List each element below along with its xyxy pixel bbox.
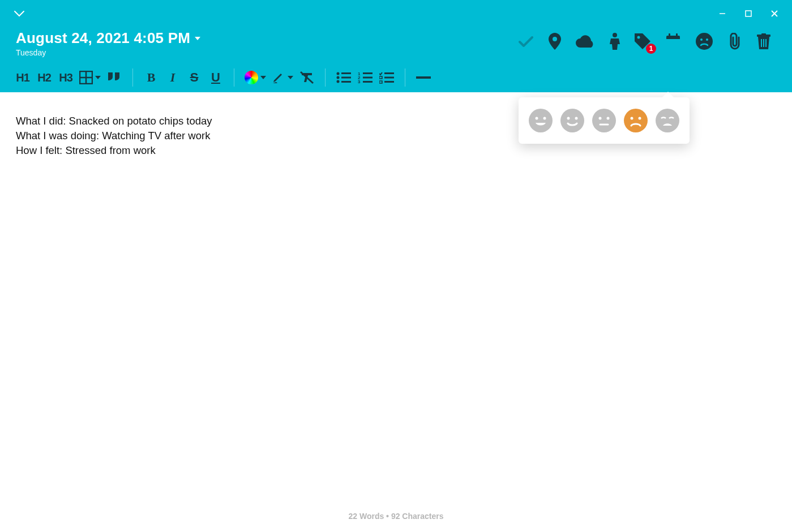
window-titlebar <box>0 0 792 27</box>
horizontal-rule-button[interactable] <box>416 68 431 87</box>
svg-point-44 <box>560 109 584 132</box>
svg-point-41 <box>529 109 553 132</box>
svg-rect-40 <box>416 76 431 79</box>
chevron-down-icon <box>260 76 266 79</box>
svg-point-49 <box>607 117 610 120</box>
svg-point-53 <box>639 117 641 120</box>
entry-date-text: August 24, 2021 4:05 PM <box>16 29 190 47</box>
blockquote-button[interactable] <box>106 68 122 87</box>
svg-rect-10 <box>676 33 678 37</box>
entry-content[interactable]: What I did: Snacked on potato chips toda… <box>0 92 792 507</box>
svg-rect-26 <box>341 72 351 74</box>
svg-rect-17 <box>763 39 764 47</box>
checklist-button[interactable] <box>379 68 395 87</box>
status-bar: 22 Words • 92 Characters <box>0 507 792 526</box>
svg-point-5 <box>613 33 617 37</box>
svg-point-42 <box>536 117 538 120</box>
svg-rect-39 <box>384 81 394 83</box>
strikethrough-button[interactable]: S <box>186 68 202 87</box>
svg-point-54 <box>656 109 679 132</box>
format-toolbar: H1 H2 H3 B I S U <box>0 63 792 92</box>
tag-count-badge: 1 <box>646 44 656 54</box>
chevron-down-icon <box>195 37 200 40</box>
svg-point-45 <box>567 117 570 120</box>
entry-line: How I felt: Stressed from work <box>16 143 776 158</box>
entry-header: August 24, 2021 4:05 PM Tuesday 1 <box>0 27 792 63</box>
svg-rect-36 <box>379 81 382 83</box>
svg-rect-9 <box>669 33 670 37</box>
mood-very-sad-button[interactable] <box>656 109 679 132</box>
svg-rect-28 <box>341 81 351 83</box>
mood-picker-popover <box>519 97 690 144</box>
delete-trash-icon[interactable] <box>757 33 770 49</box>
svg-rect-38 <box>384 77 394 79</box>
toolbar-divider <box>234 68 234 86</box>
svg-text:3: 3 <box>358 79 361 84</box>
svg-point-11 <box>696 33 713 50</box>
numbered-list-button[interactable]: 123 <box>357 68 373 87</box>
text-color-button[interactable] <box>245 68 266 87</box>
color-wheel-icon <box>245 71 258 84</box>
done-check-icon[interactable] <box>518 35 534 48</box>
svg-point-52 <box>631 117 633 120</box>
svg-point-13 <box>706 38 708 41</box>
window-maximize-button[interactable] <box>735 5 761 23</box>
svg-rect-1 <box>746 11 751 16</box>
svg-point-24 <box>337 76 340 79</box>
bullet-list-button[interactable] <box>336 68 352 87</box>
mood-sad-button[interactable] <box>624 109 648 132</box>
entry-date-picker[interactable]: August 24, 2021 4:05 PM <box>16 29 200 47</box>
bold-button[interactable]: B <box>143 68 159 87</box>
svg-rect-37 <box>384 72 394 74</box>
heading-3-button[interactable]: H3 <box>58 68 74 87</box>
chevron-down-icon <box>95 76 101 79</box>
svg-rect-27 <box>341 77 351 79</box>
collapse-chevron-icon[interactable] <box>14 10 25 17</box>
clear-formatting-button[interactable] <box>299 68 315 87</box>
toolbar-divider <box>405 68 405 86</box>
calendar-icon[interactable] <box>665 33 681 49</box>
toolbar-divider <box>132 68 133 86</box>
svg-point-4 <box>553 37 557 41</box>
entry-day-text: Tuesday <box>16 48 200 57</box>
svg-rect-15 <box>761 33 766 35</box>
attachment-paperclip-icon[interactable] <box>727 33 742 50</box>
svg-point-47 <box>592 109 616 132</box>
svg-rect-32 <box>363 72 373 74</box>
mood-very-happy-button[interactable] <box>529 109 553 132</box>
heading-1-button[interactable]: H1 <box>15 68 31 87</box>
table-button[interactable] <box>79 68 101 87</box>
svg-point-12 <box>700 38 703 41</box>
svg-rect-16 <box>761 39 762 47</box>
svg-point-6 <box>637 36 640 39</box>
toolbar-divider <box>325 68 326 86</box>
mood-sad-icon[interactable] <box>696 33 713 50</box>
weather-cloud-icon[interactable] <box>576 35 595 48</box>
window-close-button[interactable] <box>761 5 787 23</box>
svg-rect-34 <box>363 81 373 83</box>
chevron-down-icon <box>288 76 293 79</box>
svg-rect-33 <box>363 77 373 79</box>
svg-point-25 <box>337 80 340 83</box>
svg-point-23 <box>337 72 340 75</box>
location-pin-icon[interactable] <box>549 33 561 50</box>
svg-point-48 <box>599 117 602 120</box>
mood-neutral-button[interactable] <box>592 109 616 132</box>
svg-point-51 <box>624 109 648 132</box>
svg-point-43 <box>543 117 546 120</box>
underline-button[interactable]: U <box>208 68 224 87</box>
tag-icon[interactable]: 1 <box>635 33 650 49</box>
word-character-count: 22 Words • 92 Characters <box>348 512 443 521</box>
mood-happy-button[interactable] <box>560 109 584 132</box>
svg-rect-18 <box>765 39 767 47</box>
svg-point-46 <box>575 117 578 120</box>
heading-2-button[interactable]: H2 <box>36 68 52 87</box>
italic-button[interactable]: I <box>165 68 181 87</box>
window-minimize-button[interactable] <box>709 5 735 23</box>
svg-rect-8 <box>666 39 680 48</box>
svg-rect-35 <box>379 76 382 79</box>
highlight-button[interactable] <box>272 68 293 87</box>
person-icon[interactable] <box>610 33 620 50</box>
